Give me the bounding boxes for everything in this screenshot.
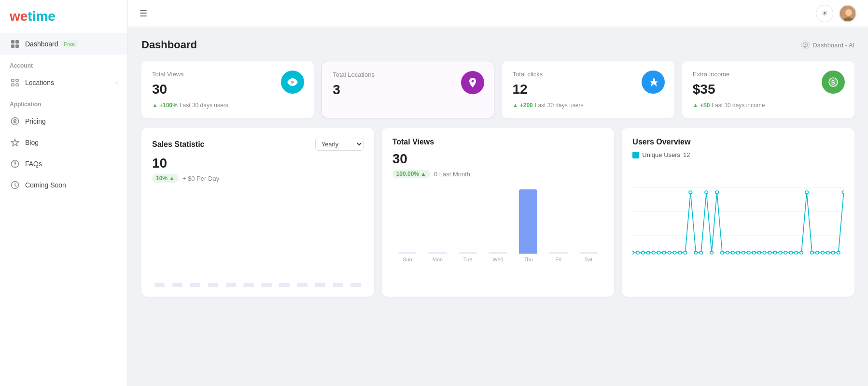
svg-point-26 bbox=[636, 251, 640, 254]
svg-point-50 bbox=[763, 251, 767, 254]
stat-card-total-locations: Total Locations 3 bbox=[322, 61, 494, 118]
svg-point-28 bbox=[647, 251, 650, 254]
sales-badge: 10% ▲ bbox=[152, 174, 179, 183]
coming-soon-icon bbox=[10, 180, 20, 190]
sales-bar bbox=[243, 283, 254, 287]
sales-bar-col bbox=[277, 195, 292, 287]
svg-point-35 bbox=[684, 251, 687, 254]
page-header: Dashboard Dashboard - AI bbox=[141, 39, 854, 51]
sales-bar-col bbox=[206, 195, 221, 287]
views-stat-row: 100.00% ▲ 0 Last Month bbox=[392, 170, 604, 178]
locations-arrow: › bbox=[116, 79, 118, 86]
breadcrumb-icon bbox=[801, 41, 810, 49]
sales-bar-col bbox=[241, 195, 256, 287]
views-x-label: Wed bbox=[483, 257, 513, 262]
user-avatar[interactable] bbox=[839, 5, 856, 22]
svg-point-37 bbox=[694, 251, 698, 254]
views-bar bbox=[579, 252, 598, 254]
views-bar bbox=[428, 252, 447, 254]
svg-point-42 bbox=[721, 251, 724, 254]
faqs-icon bbox=[10, 158, 20, 169]
svg-point-19 bbox=[291, 81, 294, 84]
page-title: Dashboard bbox=[141, 39, 197, 51]
total-locations-icon bbox=[461, 71, 484, 94]
views-x-label: Thu bbox=[513, 257, 544, 262]
svg-point-60 bbox=[816, 251, 819, 254]
extra-income-value: $35 bbox=[693, 82, 844, 97]
total-views-footer: ▲ +100% Last 30 days users bbox=[152, 102, 303, 109]
blog-label: Blog bbox=[25, 139, 39, 146]
sales-bar-col bbox=[331, 195, 346, 287]
theme-toggle-button[interactable]: ☀ bbox=[816, 5, 833, 22]
stat-card-total-clicks: Total clicks 12 ▲ +200 Last 30 days user… bbox=[502, 61, 674, 118]
sales-bar bbox=[297, 283, 308, 287]
extra-income-label: Extra Income bbox=[693, 71, 844, 78]
svg-point-51 bbox=[769, 251, 772, 254]
svg-point-57 bbox=[800, 251, 803, 254]
sales-footer: + $0 Per Day bbox=[182, 175, 219, 182]
svg-rect-1 bbox=[15, 40, 19, 43]
sales-bar bbox=[190, 283, 201, 287]
sales-bar-col bbox=[152, 195, 167, 287]
svg-point-49 bbox=[758, 251, 761, 254]
brand-name: wetime bbox=[10, 9, 56, 24]
sales-bar-chart bbox=[152, 190, 364, 287]
sales-bar-col bbox=[349, 195, 364, 287]
sales-bar bbox=[333, 283, 343, 287]
sales-period-select[interactable]: Yearly Monthly Weekly bbox=[315, 138, 364, 151]
sales-bar-col bbox=[295, 195, 310, 287]
blog-icon bbox=[10, 137, 20, 148]
sidebar-item-coming-soon[interactable]: Coming Soon bbox=[0, 174, 127, 196]
logo: wetime bbox=[0, 0, 127, 33]
topbar-right: ☀ bbox=[816, 5, 856, 22]
pricing-label: Pricing bbox=[25, 117, 46, 125]
views-bar-col bbox=[485, 186, 511, 254]
sales-stat-row: 10% ▲ + $0 Per Day bbox=[152, 174, 364, 183]
views-bar-chart: SunMonTueWedThuFriSat bbox=[392, 186, 604, 268]
views-bar-col bbox=[545, 186, 572, 254]
breadcrumb: Dashboard - AI bbox=[801, 41, 854, 49]
sidebar-item-dashboard[interactable]: Dashboard Free bbox=[0, 33, 127, 55]
sidebar-item-blog[interactable]: Blog bbox=[0, 132, 127, 153]
topbar: ☰ ☀ bbox=[128, 0, 868, 27]
pricing-icon bbox=[10, 116, 20, 127]
extra-income-footer-text: Last 30 days income bbox=[712, 102, 765, 109]
svg-point-63 bbox=[832, 251, 835, 254]
views-bar bbox=[398, 252, 417, 254]
svg-rect-3 bbox=[15, 44, 19, 48]
sales-value: 10 bbox=[152, 156, 364, 171]
sales-bar-col bbox=[259, 195, 274, 287]
sidebar-item-faqs[interactable]: FAQs bbox=[0, 153, 127, 174]
main-content: ☰ ☀ Dashboard Dashboard - AI bbox=[128, 0, 868, 386]
legend-label: Unique Users bbox=[642, 151, 680, 158]
sales-bar-col bbox=[313, 195, 328, 287]
svg-point-11 bbox=[14, 166, 15, 167]
svg-text:$: $ bbox=[831, 79, 835, 86]
total-views-badge: ▲ +100% bbox=[152, 102, 178, 109]
stat-card-total-views: Total Views 30 ▲ +100% Last 30 days user… bbox=[141, 61, 314, 118]
views-badge: 100.00% ▲ bbox=[392, 170, 430, 178]
total-views-value: 30 bbox=[152, 82, 303, 97]
svg-point-38 bbox=[700, 251, 703, 254]
views-x-labels: SunMonTueWedThuFriSat bbox=[392, 257, 604, 262]
total-clicks-value: 12 bbox=[513, 82, 664, 97]
sales-statistic-panel: Sales Statistic Yearly Monthly Weekly 10… bbox=[141, 128, 374, 297]
hamburger-icon[interactable]: ☰ bbox=[140, 8, 147, 19]
svg-point-54 bbox=[784, 251, 787, 254]
svg-rect-0 bbox=[11, 40, 14, 43]
total-clicks-icon bbox=[642, 71, 665, 94]
brand-we: we bbox=[10, 9, 28, 24]
sidebar-item-pricing[interactable]: Pricing bbox=[0, 111, 127, 132]
svg-marker-9 bbox=[11, 139, 19, 146]
sales-bar bbox=[226, 283, 237, 287]
total-views-panel: Total Views 30 100.00% ▲ 0 Last Month Su… bbox=[382, 128, 615, 297]
views-bar-col bbox=[575, 186, 602, 254]
stat-cards-grid: Total Views 30 ▲ +100% Last 30 days user… bbox=[141, 61, 854, 118]
svg-point-39 bbox=[705, 191, 708, 194]
svg-point-65 bbox=[842, 191, 844, 194]
sidebar-item-locations[interactable]: Locations › bbox=[0, 72, 127, 93]
users-legend: Unique Users 12 bbox=[632, 151, 844, 158]
sales-bar bbox=[208, 283, 219, 287]
svg-point-53 bbox=[779, 251, 782, 254]
legend-dot bbox=[632, 152, 639, 158]
